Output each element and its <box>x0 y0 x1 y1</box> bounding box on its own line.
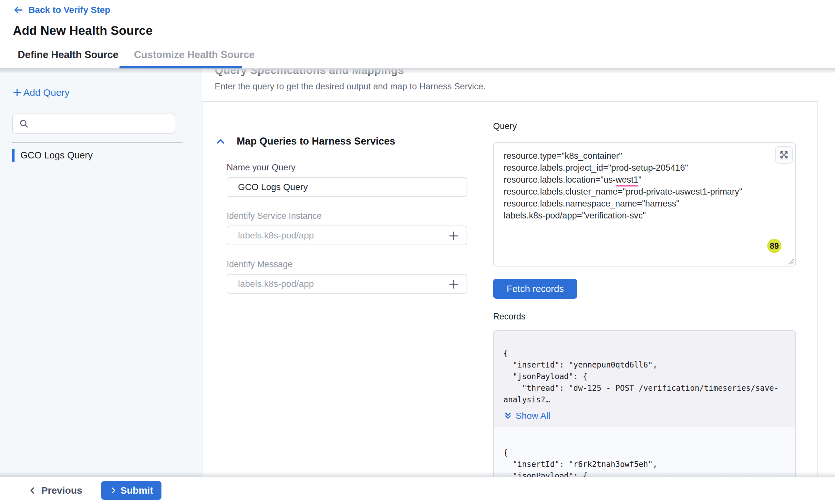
identify-service-instance-label: Identify Service Instance <box>227 211 467 221</box>
previous-label: Previous <box>41 485 82 496</box>
active-tab-indicator <box>120 66 242 68</box>
service-instance-input[interactable] <box>227 226 467 245</box>
service-instance-field <box>216 221 467 245</box>
main-header: Query Specifications and Mappings Enter … <box>202 68 835 92</box>
plus-icon <box>12 88 22 98</box>
records-panel: { "insertId": "yennepun0qtd6ll6", "jsonP… <box>493 330 796 477</box>
back-to-verify-step-link[interactable]: Back to Verify Step <box>13 4 110 16</box>
show-all-label: Show All <box>516 411 550 421</box>
content-area: Add Query GCO Logs Query Query Specifica… <box>0 68 835 477</box>
query-list-item-gco-logs[interactable]: GCO Logs Query <box>12 149 202 162</box>
show-all-link[interactable]: Show All <box>503 411 550 421</box>
add-service-instance-icon[interactable] <box>448 230 460 242</box>
chevron-right-icon <box>109 487 117 494</box>
char-count-badge: 89 <box>767 239 781 253</box>
query-label: Query <box>493 121 796 131</box>
query-column: Query resource.type="k8s_container" reso… <box>493 121 796 477</box>
section-subheading: Enter the query to get the desired outpu… <box>215 82 835 92</box>
query-sidebar: Add Query GCO Logs Query <box>0 68 202 477</box>
query-line: resource.labels.namespace_name="harness" <box>504 198 776 210</box>
message-field <box>216 269 467 294</box>
tab-customize-health-source[interactable]: Customize Health Source <box>134 49 255 61</box>
query-search-input[interactable] <box>34 119 169 129</box>
map-queries-title: Map Queries to Harness Services <box>237 135 395 147</box>
back-link-label: Back to Verify Step <box>28 5 110 15</box>
records-label: Records <box>493 312 796 322</box>
add-health-source-page: Back to Verify Step Add New Health Sourc… <box>0 0 835 504</box>
chevron-up-icon[interactable] <box>216 136 226 146</box>
query-line: resource.labels.cluster_name="prod-priva… <box>504 186 776 198</box>
query-line: resource.labels.project_id="prod-setup-2… <box>504 162 776 174</box>
message-input[interactable] <box>227 274 467 294</box>
top-bar: Back to Verify Step Add New Health Sourc… <box>0 0 835 42</box>
spellcheck-underlined-text: west1 <box>616 175 639 187</box>
record-json-1: { "insertId": "yennepun0qtd6ll6", "jsonP… <box>503 348 790 405</box>
tab-define-health-source[interactable]: Define Health Source <box>18 49 119 61</box>
query-search-box[interactable] <box>12 113 175 133</box>
chevron-left-icon <box>28 486 37 495</box>
page-title: Add New Health Source <box>13 24 835 38</box>
double-chevron-down-icon <box>503 412 512 420</box>
map-queries-section-header[interactable]: Map Queries to Harness Services <box>216 135 467 147</box>
query-item-label: GCO Logs Query <box>20 150 93 161</box>
record-json-2: { "insertId": "r6rk2tnah3owf5eh", "jsonP… <box>503 447 790 477</box>
add-query-button[interactable]: Add Query <box>12 87 69 98</box>
health-source-tabs: Define Health Source Customize Health So… <box>0 42 835 68</box>
query-name-input[interactable] <box>227 177 467 197</box>
query-line: labels.k8s-pod/app="verification-svc" <box>504 210 776 222</box>
expand-query-button[interactable] <box>775 146 793 164</box>
back-arrow-icon <box>13 4 24 16</box>
query-mapping-card: Map Queries to Harness Services Name you… <box>202 101 818 477</box>
submit-button[interactable]: Submit <box>101 481 162 500</box>
resize-handle-icon[interactable] <box>788 258 794 265</box>
record-item-1[interactable]: { "insertId": "yennepun0qtd6ll6", "jsonP… <box>494 331 795 427</box>
add-query-label: Add Query <box>23 87 69 98</box>
sidebar-divider <box>12 142 182 143</box>
identify-message-label: Identify Message <box>227 259 467 269</box>
query-textarea[interactable]: resource.type="k8s_container" resource.l… <box>493 142 796 267</box>
submit-label: Submit <box>120 485 154 496</box>
name-your-query-label: Name your Query <box>227 163 467 173</box>
previous-button[interactable]: Previous <box>28 485 82 496</box>
query-line: resource.type="k8s_container" <box>504 150 776 162</box>
section-heading: Query Specifications and Mappings <box>215 68 835 77</box>
query-line-location: resource.labels.location="us-west1" <box>504 174 776 186</box>
fullscreen-icon <box>779 150 789 160</box>
fetch-records-button[interactable]: Fetch records <box>493 279 577 299</box>
add-message-icon[interactable] <box>448 278 460 290</box>
selected-indicator-bar <box>12 149 15 162</box>
record-item-2[interactable]: { "insertId": "r6rk2tnah3owf5eh", "jsonP… <box>494 427 795 477</box>
footer-bar: Previous Submit <box>0 477 835 504</box>
search-icon <box>19 119 29 129</box>
main-panel: Query Specifications and Mappings Enter … <box>202 68 835 477</box>
mapping-form-column: Map Queries to Harness Services Name you… <box>216 121 467 477</box>
